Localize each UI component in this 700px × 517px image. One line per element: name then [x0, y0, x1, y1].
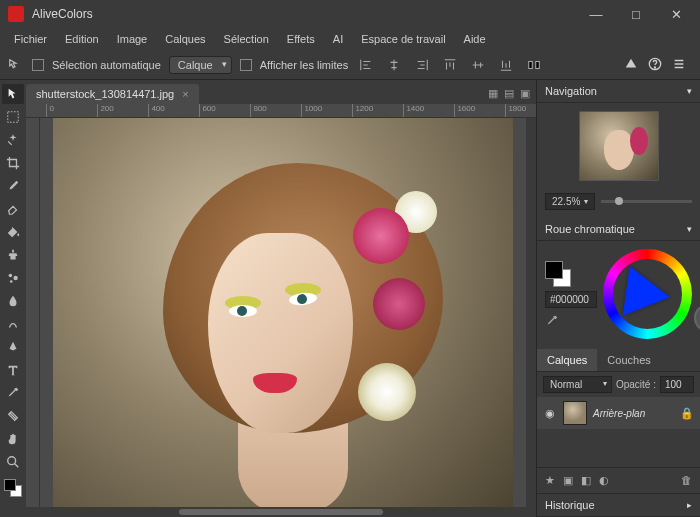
- help-icon[interactable]: [648, 57, 662, 73]
- color-wheel-title: Roue chromatique: [545, 223, 635, 235]
- navigation-panel-header[interactable]: Navigation ▾: [537, 80, 700, 103]
- move-tool[interactable]: [2, 84, 24, 104]
- effects-brush-tool[interactable]: [2, 268, 24, 288]
- svg-rect-0: [529, 61, 533, 68]
- pen-tool[interactable]: [2, 337, 24, 357]
- document-image: [53, 118, 513, 507]
- hex-input[interactable]: #000000: [545, 291, 597, 308]
- clone-stamp-tool[interactable]: [2, 245, 24, 265]
- title-bar: AliveColors — □ ✕: [0, 0, 700, 28]
- canvas[interactable]: [40, 118, 526, 507]
- zoom-tool[interactable]: [2, 452, 24, 472]
- eyedropper-icon[interactable]: [545, 314, 559, 328]
- menu-file[interactable]: Fichier: [6, 30, 55, 48]
- layer-action-delete-icon[interactable]: 🗑: [681, 474, 692, 487]
- menu-edit[interactable]: Edition: [57, 30, 107, 48]
- align-right-icon[interactable]: [412, 56, 432, 74]
- history-panel-header[interactable]: Historique ▸: [537, 493, 700, 517]
- ruler-horizontal: 0 200 400 600 800 1000 1200 1400 1600 18…: [26, 104, 536, 118]
- panel-menu-icon[interactable]: [672, 57, 686, 73]
- color-swatches[interactable]: [4, 479, 22, 497]
- svg-point-9: [10, 280, 13, 283]
- svg-rect-6: [8, 112, 19, 123]
- color-history-swatch[interactable]: [694, 304, 700, 332]
- doc-view-icon-1[interactable]: ▦: [488, 87, 498, 100]
- layer-row[interactable]: ◉ Arrière-plan 🔒: [537, 397, 700, 429]
- layer-action-folder-icon[interactable]: ▣: [563, 474, 573, 487]
- menu-bar: Fichier Edition Image Calques Sélection …: [0, 28, 700, 50]
- opacity-input[interactable]: 100: [660, 376, 694, 393]
- document-tab-label: shutterstock_130814471.jpg: [36, 88, 174, 100]
- fill-tool[interactable]: [2, 222, 24, 242]
- align-top-icon[interactable]: [440, 56, 460, 74]
- auto-select-label: Sélection automatique: [52, 59, 161, 71]
- menu-image[interactable]: Image: [109, 30, 156, 48]
- menu-selection[interactable]: Sélection: [216, 30, 277, 48]
- move-tool-icon: [6, 56, 24, 74]
- layers-panel-tabs: Calques Couches: [537, 349, 700, 372]
- chevron-down-icon: ▾: [687, 224, 692, 234]
- color-wheel[interactable]: [603, 249, 692, 339]
- minimize-button[interactable]: —: [576, 0, 616, 28]
- doc-view-icon-2[interactable]: ▤: [504, 87, 514, 100]
- hand-tool[interactable]: [2, 429, 24, 449]
- document-tab[interactable]: shutterstock_130814471.jpg ×: [26, 84, 199, 104]
- align-center-v-icon[interactable]: [468, 56, 488, 74]
- tab-layers[interactable]: Calques: [537, 349, 597, 371]
- app-title: AliveColors: [32, 7, 93, 21]
- align-center-h-icon[interactable]: [384, 56, 404, 74]
- layer-visibility-icon[interactable]: ◉: [543, 407, 557, 420]
- menu-ai[interactable]: AI: [325, 30, 351, 48]
- menu-workspace[interactable]: Espace de travail: [353, 30, 453, 48]
- eyedropper-tool[interactable]: [2, 383, 24, 403]
- document-tab-bar: shutterstock_130814471.jpg × ▦ ▤ ▣: [26, 80, 536, 104]
- navigation-thumbnail[interactable]: [579, 111, 659, 181]
- svg-rect-3: [630, 65, 632, 66]
- panel-color-swatches[interactable]: [545, 261, 571, 287]
- close-button[interactable]: ✕: [656, 0, 696, 28]
- smudge-tool[interactable]: [2, 314, 24, 334]
- canvas-area: shutterstock_130814471.jpg × ▦ ▤ ▣ 0 200…: [26, 80, 536, 517]
- color-wheel-panel-header[interactable]: Roue chromatique ▾: [537, 218, 700, 241]
- patch-tool[interactable]: [2, 406, 24, 426]
- notification-icon[interactable]: [624, 57, 638, 73]
- magic-wand-tool[interactable]: [2, 130, 24, 150]
- doc-view-icon-3[interactable]: ▣: [520, 87, 530, 100]
- blur-tool[interactable]: [2, 291, 24, 311]
- maximize-button[interactable]: □: [616, 0, 656, 28]
- svg-point-10: [8, 457, 16, 465]
- blend-mode-dropdown[interactable]: Normal: [543, 376, 612, 393]
- marquee-tool[interactable]: [2, 107, 24, 127]
- layer-action-new-icon[interactable]: ◧: [581, 474, 591, 487]
- align-bottom-icon[interactable]: [496, 56, 516, 74]
- layer-action-mask-icon[interactable]: ◐: [599, 474, 609, 487]
- close-tab-icon[interactable]: ×: [182, 88, 188, 100]
- eraser-tool[interactable]: [2, 199, 24, 219]
- svg-point-8: [13, 276, 17, 280]
- text-tool[interactable]: [2, 360, 24, 380]
- app-logo: [8, 6, 24, 22]
- lock-icon[interactable]: 🔒: [680, 407, 694, 420]
- zoom-slider[interactable]: [601, 200, 692, 203]
- layer-action-star-icon[interactable]: ★: [545, 474, 555, 487]
- distribute-icon[interactable]: [524, 56, 544, 74]
- tab-channels[interactable]: Couches: [597, 349, 660, 371]
- chevron-right-icon: ▸: [687, 500, 692, 510]
- align-left-icon[interactable]: [356, 56, 376, 74]
- menu-effects[interactable]: Effets: [279, 30, 323, 48]
- svg-point-7: [9, 274, 13, 278]
- menu-help[interactable]: Aide: [456, 30, 494, 48]
- auto-select-checkbox[interactable]: [32, 59, 44, 71]
- vertical-scrollbar[interactable]: [526, 118, 536, 507]
- horizontal-scrollbar[interactable]: [26, 507, 536, 517]
- menu-layers[interactable]: Calques: [157, 30, 213, 48]
- layer-name: Arrière-plan: [593, 408, 674, 419]
- show-bounds-label: Afficher les limites: [260, 59, 348, 71]
- brush-tool[interactable]: [2, 176, 24, 196]
- layer-thumbnail: [563, 401, 587, 425]
- ruler-vertical: [26, 118, 40, 507]
- crop-tool[interactable]: [2, 153, 24, 173]
- layer-target-dropdown[interactable]: Calque: [169, 56, 232, 74]
- zoom-value[interactable]: 22.5%: [545, 193, 595, 210]
- show-bounds-checkbox[interactable]: [240, 59, 252, 71]
